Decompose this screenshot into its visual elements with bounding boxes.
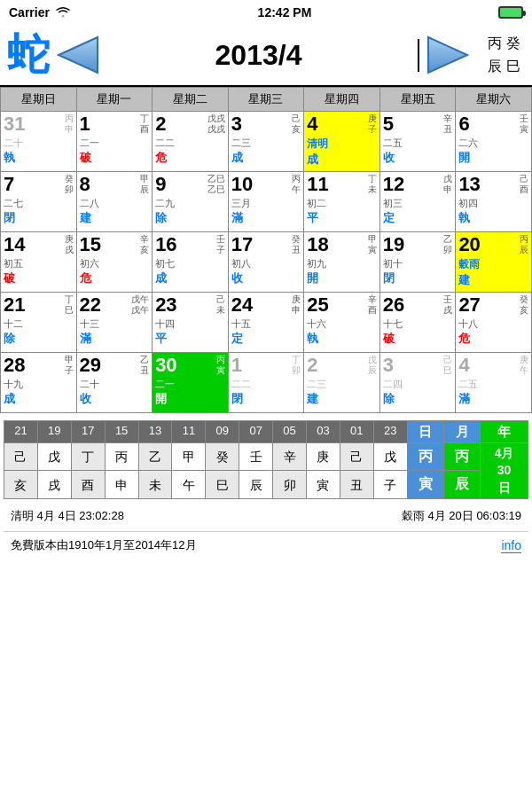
horoscope-branch-cell: 寅 [307, 471, 340, 499]
day-number: 4 [307, 113, 317, 135]
calendar-cell[interactable]: 28 甲子 十九 成 [1, 353, 77, 413]
time-display: 12:42 PM [258, 5, 312, 20]
day-lunar: 二二 [155, 137, 225, 150]
calendar-cell[interactable]: 30 丙寅 二一 開 [153, 353, 229, 413]
day-twelve: 滿 [458, 391, 528, 407]
wifi-icon [55, 5, 71, 20]
calendar-cell[interactable]: 25 辛酉 十六 執 [304, 293, 380, 353]
next-month-button[interactable] [423, 33, 476, 77]
calendar-cell[interactable]: 1 丁酉 二一 破 [76, 112, 153, 172]
day-ganzhi: 庚子 [368, 113, 377, 135]
calendar-cell[interactable]: 2 戊辰 二三 建 [304, 353, 380, 413]
calendar-cell[interactable]: 27 癸亥 十八 危 [456, 293, 532, 353]
day-lunar: 二九 [155, 197, 225, 210]
day-twelve: 閉 [383, 270, 453, 286]
calendar-cell[interactable]: 20 丙辰 穀雨 建 [456, 232, 532, 293]
day-ganzhi: 甲寅 [368, 234, 377, 255]
calendar-cell[interactable]: 24 庚申 十五 定 [228, 293, 304, 353]
calendar-cell[interactable]: 18 甲寅 初九 開 [304, 232, 380, 293]
horoscope-stems-row: 己戊丁丙乙甲癸壬辛庚己戊丙丙4月30日 [4, 442, 528, 471]
calendar-cell[interactable]: 1 丁卯 二二 閉 [228, 353, 304, 413]
ganzhi-line2: 辰 巳 [488, 55, 520, 78]
calendar-cell[interactable]: 7 癸卯 二七 閉 [1, 172, 77, 232]
day-ganzhi: 辛丑 [443, 113, 452, 135]
horoscope-hour-cell: 07 [239, 421, 273, 443]
day-ganzhi: 壬寅 [520, 113, 528, 135]
weekday-fri: 星期五 [379, 88, 456, 112]
day-number: 6 [458, 113, 469, 135]
day-lunar: 三月 [231, 197, 301, 210]
calendar-cell[interactable]: 29 乙丑 二十 收 [76, 353, 153, 413]
day-twelve: 危 [80, 270, 150, 286]
calendar-cell[interactable]: 21 丁巳 十二 除 [1, 293, 77, 353]
ganzhi-header: 丙 癸 辰 巳 [476, 32, 525, 77]
day-ganzhi: 癸卯 [65, 174, 74, 195]
day-lunar: 初二 [307, 197, 377, 210]
calendar-cell[interactable]: 9 乙巳乙巳 二九 除 [153, 172, 229, 232]
day-lunar: 初五 [4, 257, 74, 270]
weekday-thu: 星期四 [304, 88, 380, 112]
battery-icon [498, 6, 523, 19]
day-ganzhi: 己巳 [443, 355, 452, 376]
horoscope-hour-cell: 03 [307, 421, 340, 443]
svg-marker-0 [59, 37, 98, 73]
horoscope-branch-cell: 酉 [71, 471, 105, 499]
prev-month-button[interactable] [50, 33, 103, 77]
day-lunar: 十二 [4, 317, 74, 331]
calendar-cell[interactable]: 12 戊申 初三 定 [379, 172, 456, 232]
day-lunar: 二八 [80, 197, 150, 210]
calendar-cell[interactable]: 2 戊戌戊戌 二二 危 [153, 112, 229, 172]
day-ganzhi: 丙申 [65, 113, 74, 135]
horoscope-stem-cell: 辛 [273, 442, 307, 471]
day-lunar: 二三 [231, 137, 301, 150]
calendar-cell[interactable]: 11 丁未 初二 平 [304, 172, 380, 232]
day-number: 5 [383, 113, 394, 135]
day-number: 23 [155, 294, 176, 316]
calendar-cell[interactable]: 10 丙午 三月 滿 [228, 172, 304, 232]
day-twelve: 執 [458, 210, 528, 226]
day-twelve: 除 [4, 331, 74, 347]
calendar-row-4: 28 甲子 十九 成 29 乙丑 二十 收 30 丙寅 二一 開 1 丁卯 [1, 353, 532, 413]
calendar-cell[interactable]: 31 丙申 二十 執 [1, 112, 77, 172]
weekday-header-row: 星期日 星期一 星期二 星期三 星期四 星期五 星期六 [1, 88, 532, 112]
info-button[interactable]: info [501, 538, 521, 553]
day-twelve: 收 [80, 391, 150, 407]
calendar-cell[interactable]: 17 癸丑 初八 收 [228, 232, 304, 293]
footer: 免費版本由1910年1月至2014年12月 info [4, 531, 528, 559]
calendar-cell[interactable]: 22 戊午戊午 十三 滿 [76, 293, 153, 353]
calendar-cell[interactable]: 16 壬子 初七 成 [153, 232, 229, 293]
day-number: 25 [307, 294, 328, 316]
calendar-cell[interactable]: 3 己巳 二四 除 [379, 353, 456, 413]
day-ganzhi: 甲子 [65, 355, 74, 376]
day-number: 1 [231, 355, 242, 376]
horoscope-stem-cell: 己 [340, 442, 373, 471]
calendar-cell[interactable]: 15 辛亥 初六 危 [76, 232, 153, 293]
calendar-cell[interactable]: 4 庚午 二五 滿 [456, 353, 532, 413]
calendar-cell[interactable]: 4 庚子 清明 成 [304, 112, 380, 172]
calendar-cell[interactable]: 19 乙卯 初十 閉 [379, 232, 456, 293]
day-twelve: 成 [4, 391, 74, 407]
calendar-cell[interactable]: 26 壬戌 十七 破 [379, 293, 456, 353]
horoscope-stem-cell: 戊 [373, 442, 407, 471]
day-number: 30 [155, 355, 176, 376]
day-number: 31 [4, 113, 25, 135]
calendar-row-3: 21 丁巳 十二 除 22 戊午戊午 十三 滿 23 己未 十四 平 24 庚申 [1, 293, 532, 353]
horoscope-branch-cell: 巳 [206, 471, 239, 499]
day-twelve: 破 [80, 150, 150, 166]
calendar-cell[interactable]: 6 壬寅 二六 開 [456, 112, 532, 172]
day-number: 28 [4, 355, 25, 376]
day-lunar: 二四 [383, 378, 453, 391]
day-ganzhi: 庚午 [520, 355, 528, 376]
day-twelve: 閉 [231, 391, 301, 407]
calendar-cell[interactable]: 5 辛丑 二五 收 [379, 112, 456, 172]
calendar-cell[interactable]: 3 己亥 二三 成 [228, 112, 304, 172]
calendar-cell[interactable]: 14 庚戌 初五 破 [1, 232, 77, 293]
calendar-cell[interactable]: 13 己酉 初四 執 [456, 172, 532, 232]
day-lunar: 十八 [458, 317, 528, 331]
calendar-cell[interactable]: 8 甲辰 二八 建 [76, 172, 153, 232]
calendar-cell[interactable]: 23 己未 十四 平 [153, 293, 229, 353]
day-ganzhi: 庚申 [292, 294, 301, 316]
day-number: 15 [80, 234, 101, 255]
svg-marker-1 [428, 37, 467, 73]
day-number: 17 [231, 234, 253, 255]
